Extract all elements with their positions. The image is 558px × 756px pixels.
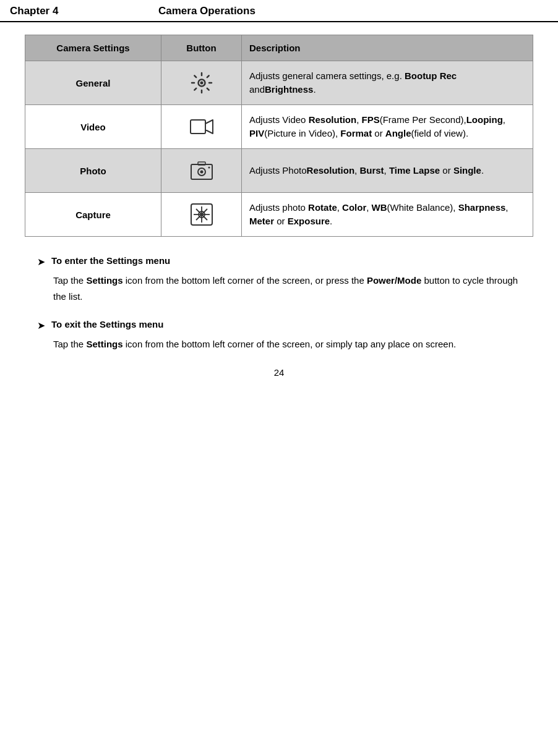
description-cell: Adjusts Video Resolution, FPS(Frame Per … [242,105,533,149]
page-number: 24 [25,367,533,378]
setting-cell: General [25,61,161,105]
table-row: Photo Adjusts PhotoResolution, Burst, Ti… [25,149,533,193]
col-header-settings: Camera Settings [25,35,161,61]
description-cell: Adjusts PhotoResolution, Burst, Time Lap… [242,149,533,193]
video-icon [169,111,234,142]
bullet-heading: To enter the Settings menu [51,255,170,266]
icon-cell [161,149,242,193]
col-header-description: Description [242,35,533,61]
bullet-arrow-icon: ➤ [37,320,45,331]
setting-cell: Capture [25,193,161,237]
settings-table: Camera Settings Button Description Gener… [25,35,533,237]
bullet-body: Tap the Settings icon from the bottom le… [37,336,533,352]
bullet-section-1: ➤To exit the Settings menuTap the Settin… [25,319,533,352]
photo-icon [169,155,234,186]
svg-rect-2 [191,120,205,134]
table-row: Video Adjusts Video Resolution, FPS(Fram… [25,105,533,149]
bullets-container: ➤To enter the Settings menuTap the Setti… [25,255,533,352]
icon-cell [161,105,242,149]
capture-icon [169,199,234,230]
svg-marker-3 [205,120,213,134]
table-row: Capture Adjusts photo Rotate, Color, WB(… [25,193,533,237]
icon-cell [161,193,242,237]
icon-cell [161,61,242,105]
page-header: Chapter 4 Camera Operations [0,0,558,22]
bullet-arrow-icon: ➤ [37,256,45,268]
col-header-button: Button [161,35,242,61]
content-area: Camera Settings Button Description Gener… [0,35,558,390]
svg-point-1 [200,82,203,85]
bullet-section-0: ➤To enter the Settings menuTap the Setti… [25,255,533,304]
svg-point-6 [200,171,203,174]
table-row: General Adjusts general camera settings,… [25,61,533,105]
gear-icon [169,67,234,98]
bullet-body: Tap the Settings icon from the bottom le… [37,273,533,304]
description-cell: Adjusts general camera settings, e.g. Bo… [242,61,533,105]
chapter-label: Chapter 4 [10,5,121,17]
description-cell: Adjusts photo Rotate, Color, WB(White Ba… [242,193,533,237]
svg-rect-7 [198,162,205,165]
bullet-heading: To exit the Settings menu [51,319,163,329]
setting-cell: Photo [25,149,161,193]
svg-point-8 [208,167,210,169]
chapter-title: Camera Operations [158,5,255,17]
setting-cell: Video [25,105,161,149]
